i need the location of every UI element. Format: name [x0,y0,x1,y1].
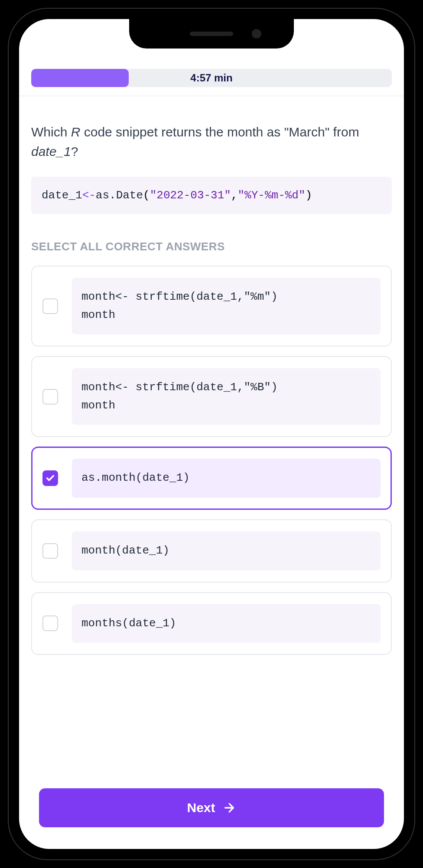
answer-option-1[interactable]: month<- strftime(date_1,"%B") month [31,356,392,437]
camera-icon [252,29,261,39]
answer-option-2[interactable]: as.month(date_1) [31,447,392,510]
timer-text: 4:57 min [190,72,232,84]
answer-option-3[interactable]: month(date_1) [31,519,392,583]
code-sample: date_1<-as.Date("2022-03-31","%Y-%m-%d") [31,177,392,214]
answers-list: month<- strftime(date_1,"%m") monthmonth… [31,266,392,784]
question-lang: R [71,125,81,139]
divider [19,96,404,96]
content-area: 4:57 min Which R code snippet returns th… [19,19,404,849]
arrow-right-icon [222,801,236,815]
speaker-icon [190,32,233,36]
code-op: <- [82,189,96,202]
phone-frame: 4:57 min Which R code snippet returns th… [9,9,414,859]
answer-code: month<- strftime(date_1,"%m") month [72,278,381,334]
code-comma: , [231,189,238,202]
code-arg2: "%Y-%m-%d" [238,189,306,202]
code-fn: as.Date [96,189,143,202]
answer-code: months(date_1) [72,604,381,643]
check-icon [46,473,55,483]
answer-option-4[interactable]: months(date_1) [31,592,392,655]
answer-checkbox[interactable] [42,543,58,559]
question-var: date_1 [31,144,71,159]
answer-code: as.month(date_1) [72,459,381,498]
answer-code: month(date_1) [72,531,381,570]
next-button-label: Next [187,800,215,815]
code-var: date_1 [42,189,82,202]
phone-screen: 4:57 min Which R code snippet returns th… [19,19,404,849]
question-prefix: Which [31,125,71,139]
question-mid: code snippet returns the month as "March… [80,125,359,139]
next-button[interactable]: Next [39,788,384,827]
question-suffix: ? [71,144,78,159]
answer-code: month<- strftime(date_1,"%B") month [72,368,381,425]
progress-fill [31,69,129,87]
code-arg1: "2022-03-31" [150,189,231,202]
answer-option-0[interactable]: month<- strftime(date_1,"%m") month [31,266,392,347]
progress-bar: 4:57 min [31,69,392,87]
question-text: Which R code snippet returns the month a… [31,122,392,161]
answer-checkbox[interactable] [42,615,58,631]
phone-notch [129,19,294,49]
answer-checkbox[interactable] [42,470,58,486]
instruction-label: SELECT ALL CORRECT ANSWERS [31,240,392,253]
answer-checkbox[interactable] [42,298,58,314]
answer-checkbox[interactable] [42,389,58,405]
